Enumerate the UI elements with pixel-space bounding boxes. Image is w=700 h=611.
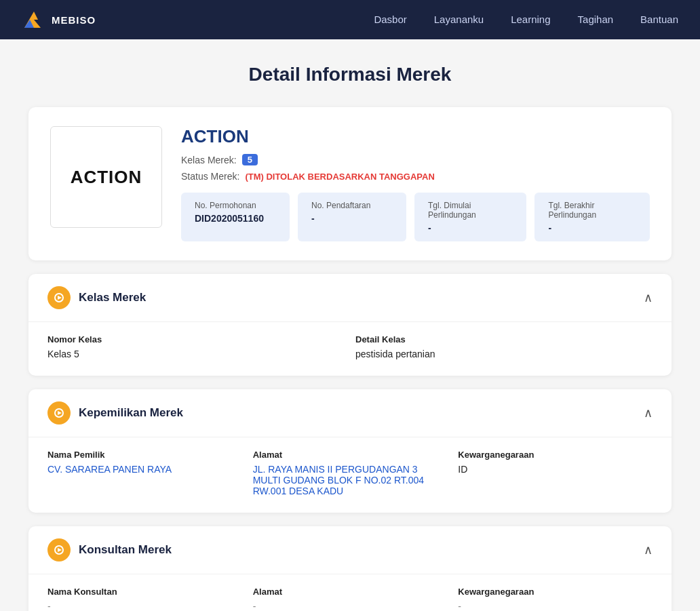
kepemilikan-kewarganegaraan-label: Kewarganegaraan: [458, 450, 653, 460]
nomor-kelas-field: Nomor Kelas Kelas 5: [47, 334, 345, 359]
brand-info-card: ACTION ACTION Kelas Merek: 5 Status Mere…: [28, 107, 672, 260]
nav-layananku[interactable]: Layananku: [434, 14, 484, 25]
brand-info-grid: No. Permohonan DID2020051160 No. Pendaft…: [181, 193, 650, 241]
konsultan-merek-title: Konsultan Merek: [79, 543, 172, 557]
nama-pemilik-value: CV. SARAREA PANEN RAYA: [47, 464, 242, 475]
kepemilikan-kewarganegaraan-value: ID: [458, 464, 653, 475]
kelas-merek-chevron: ∧: [644, 290, 653, 305]
nomor-kelas-value: Kelas 5: [47, 349, 345, 359]
brand-card-body: ACTION ACTION Kelas Merek: 5 Status Mere…: [28, 107, 672, 260]
konsultan-kewarganegaraan-field: Kewarganegaraan -: [458, 587, 653, 611]
kepemilikan-alamat-label: Alamat: [253, 450, 448, 460]
detail-kelas-field: Detail Kelas pestisida pertanian: [355, 334, 653, 359]
konsultan-kewarganegaraan-value: -: [458, 601, 653, 611]
no-pendaftaran-label: No. Pendaftaran: [311, 201, 393, 210]
kelas-merek-badge: 5: [242, 154, 258, 165]
brand-details: ACTION Kelas Merek: 5 Status Merek: (TM)…: [181, 126, 650, 241]
navbar: MEBISO Dasbor Layananku Learning Tagihan…: [0, 0, 700, 39]
logo[interactable]: MEBISO: [22, 7, 96, 32]
nav-bantuan[interactable]: Bantuan: [640, 14, 678, 25]
kepemilikan-merek-header[interactable]: Kepemilikan Merek ∧: [28, 389, 672, 437]
nomor-kelas-label: Nomor Kelas: [47, 334, 345, 344]
kelas-merek-icon: [47, 286, 71, 309]
logo-text: MEBISO: [52, 14, 96, 26]
svg-marker-7: [58, 548, 62, 552]
kelas-merek-label: Kelas Merek:: [181, 155, 237, 165]
nav-tagihan[interactable]: Tagihan: [578, 14, 614, 25]
kepemilikan-alamat-field: Alamat JL. RAYA MANIS II PERGUDANGAN 3 M…: [253, 450, 448, 496]
page-content: Detail Informasi Merek ACTION ACTION Kel…: [18, 39, 682, 611]
kelas-merek-header-left: Kelas Merek: [47, 286, 146, 309]
svg-marker-3: [58, 296, 62, 300]
page-title: Detail Informasi Merek: [28, 64, 672, 85]
kelas-merek-body: Nomor Kelas Kelas 5 Detail Kelas pestisi…: [28, 321, 672, 376]
nav-learning[interactable]: Learning: [511, 14, 550, 25]
konsultan-alamat-label: Alamat: [253, 587, 448, 597]
konsultan-merek-header-left: Konsultan Merek: [47, 538, 172, 561]
nama-pemilik-field: Nama Pemilik CV. SARAREA PANEN RAYA: [47, 450, 242, 496]
status-merek-value: (TM) DITOLAK BERDASARKAN TANGGAPAN: [245, 172, 434, 182]
kelas-merek-grid: Nomor Kelas Kelas 5 Detail Kelas pestisi…: [47, 334, 653, 359]
nama-konsultan-label: Nama Konsultan: [47, 587, 242, 597]
kepemilikan-kewarganegaraan-field: Kewarganegaraan ID: [458, 450, 653, 496]
tgl-berakhir-label: Tgl. Berakhir Perlindungan: [548, 201, 636, 220]
no-permohonan-label: No. Permohonan: [195, 201, 276, 210]
status-merek-row: Status Merek: (TM) DITOLAK BERDASARKAN T…: [181, 171, 650, 182]
konsultan-merek-body: Nama Konsultan - Alamat - Kewarganegaraa…: [28, 574, 672, 611]
kepemilikan-merek-header-left: Kepemilikan Merek: [47, 401, 183, 425]
detail-kelas-value: pestisida pertanian: [355, 349, 653, 359]
tgl-mulai-box: Tgl. Dimulai Perlindungan -: [414, 193, 526, 241]
tgl-mulai-label: Tgl. Dimulai Perlindungan: [428, 201, 513, 220]
kelas-merek-title: Kelas Merek: [79, 291, 146, 304]
konsultan-merek-icon: [47, 538, 71, 561]
status-merek-label: Status Merek:: [181, 171, 239, 182]
tgl-berakhir-box: Tgl. Berakhir Perlindungan -: [534, 193, 650, 241]
kepemilikan-merek-card: Kepemilikan Merek ∧ Nama Pemilik CV. SAR…: [28, 389, 672, 513]
logo-icon: [22, 7, 46, 32]
brand-logo-box: ACTION: [50, 126, 162, 228]
svg-marker-5: [58, 411, 62, 415]
nama-konsultan-field: Nama Konsultan -: [47, 587, 242, 611]
konsultan-merek-chevron: ∧: [644, 543, 653, 557]
konsultan-alamat-value: -: [253, 601, 448, 611]
konsultan-alamat-field: Alamat -: [253, 587, 448, 611]
kepemilikan-merek-chevron: ∧: [644, 406, 653, 420]
brand-logo-text: ACTION: [71, 167, 142, 188]
brand-name: ACTION: [181, 126, 650, 147]
tgl-mulai-value: -: [428, 222, 513, 233]
kepemilikan-merek-icon: [47, 401, 71, 425]
konsultan-kewarganegaraan-label: Kewarganegaraan: [458, 587, 653, 597]
no-pendaftaran-box: No. Pendaftaran -: [298, 193, 406, 241]
no-pendaftaran-value: -: [311, 213, 393, 224]
detail-kelas-label: Detail Kelas: [355, 334, 653, 344]
no-permohonan-value: DID2020051160: [195, 213, 276, 224]
no-permohonan-box: No. Permohonan DID2020051160: [181, 193, 290, 241]
nama-pemilik-label: Nama Pemilik: [47, 450, 242, 460]
konsultan-merek-grid: Nama Konsultan - Alamat - Kewarganegaraa…: [47, 587, 653, 611]
kepemilikan-merek-title: Kepemilikan Merek: [79, 406, 183, 420]
konsultan-merek-header[interactable]: Konsultan Merek ∧: [28, 526, 672, 574]
kelas-merek-card: Kelas Merek ∧ Nomor Kelas Kelas 5 Detail…: [28, 274, 672, 376]
nama-konsultan-value: -: [47, 601, 242, 611]
konsultan-merek-card: Konsultan Merek ∧ Nama Konsultan - Alama…: [28, 526, 672, 611]
kepemilikan-alamat-value: JL. RAYA MANIS II PERGUDANGAN 3 MULTI GU…: [253, 464, 448, 496]
kelas-merek-row: Kelas Merek: 5: [181, 154, 650, 165]
kepemilikan-merek-grid: Nama Pemilik CV. SARAREA PANEN RAYA Alam…: [47, 450, 653, 496]
kepemilikan-merek-body: Nama Pemilik CV. SARAREA PANEN RAYA Alam…: [28, 437, 672, 513]
tgl-berakhir-value: -: [548, 222, 636, 233]
kelas-merek-header[interactable]: Kelas Merek ∧: [28, 274, 672, 321]
nav-dasbor[interactable]: Dasbor: [374, 14, 406, 25]
nav-menu: Dasbor Layananku Learning Tagihan Bantua…: [374, 14, 678, 26]
